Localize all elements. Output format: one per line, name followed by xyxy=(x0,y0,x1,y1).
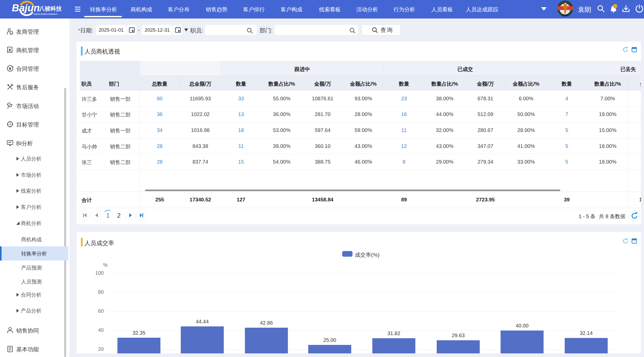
svg-text:Anyone,Anytime,Anywhere!: Anyone,Anytime,Anywhere! xyxy=(33,13,57,15)
svg-text:八骏科技: 八骏科技 xyxy=(39,5,62,12)
svg-text:vs: vs xyxy=(11,32,13,34)
svg-text:Bajun: Bajun xyxy=(12,2,40,13)
